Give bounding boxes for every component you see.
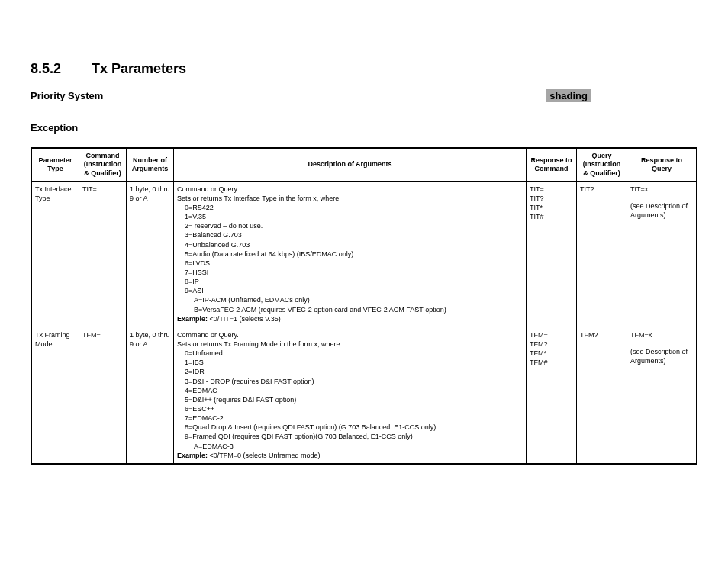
cell-query: TFM? <box>577 327 627 463</box>
cell-num-args: 1 byte, 0 thru 9 or A <box>127 182 174 327</box>
table-header-row: Parameter Type Command (Instruction & Qu… <box>32 149 696 182</box>
cell-parameter-type: Tx Framing Mode <box>32 327 79 463</box>
cell-description: Command or Query.Sets or returns Tx Fram… <box>174 327 527 463</box>
cell-response-command: TFM= TFM? TFM* TFM# <box>527 327 577 463</box>
col-parameter-type: Parameter Type <box>32 149 79 182</box>
cell-query: TIT? <box>577 182 627 327</box>
priority-system-label: Priority System <box>31 90 103 101</box>
col-description: Description of Arguments <box>174 149 527 182</box>
cell-num-args: 1 byte, 0 thru 9 or A <box>127 327 174 463</box>
col-response-command: Response to Command <box>527 149 577 182</box>
table-row: Tx Interface TypeTIT=1 byte, 0 thru 9 or… <box>32 182 696 327</box>
cell-parameter-type: Tx Interface Type <box>32 182 79 327</box>
cell-response-query: TFM=x(see Description of Arguments) <box>627 327 696 463</box>
cell-command: TFM= <box>79 327 127 463</box>
section-heading: 8.5.2 Tx Parameters <box>31 61 697 77</box>
section-title: Tx Parameters <box>92 61 186 77</box>
col-query: Query (Instruction & Qualifier) <box>577 149 627 182</box>
section-number: 8.5.2 <box>31 61 61 77</box>
shading-label: shading <box>546 89 591 102</box>
cell-description: Command or Query.Sets or returns Tx Inte… <box>174 182 527 327</box>
document-page: 8.5.2 Tx Parameters Priority System shad… <box>0 0 728 465</box>
cell-command: TIT= <box>79 182 127 327</box>
priority-row: Priority System shading <box>31 89 697 102</box>
description-block: Command or Query.Sets or returns Tx Fram… <box>177 330 523 460</box>
cell-response-command: TIT= TIT? TIT* TIT# <box>527 182 577 327</box>
description-block: Command or Query.Sets or returns Tx Inte… <box>177 185 523 323</box>
cell-response-query: TIT=x(see Description of Arguments) <box>627 182 696 327</box>
table-row: Tx Framing ModeTFM=1 byte, 0 thru 9 or A… <box>32 327 696 463</box>
col-response-query: Response to Query <box>627 149 696 182</box>
parameters-table: Parameter Type Command (Instruction & Qu… <box>31 147 697 465</box>
exception-label: Exception <box>31 122 697 134</box>
col-num-args: Number of Arguments <box>127 149 174 182</box>
col-command: Command (Instruction & Qualifier) <box>79 149 127 182</box>
